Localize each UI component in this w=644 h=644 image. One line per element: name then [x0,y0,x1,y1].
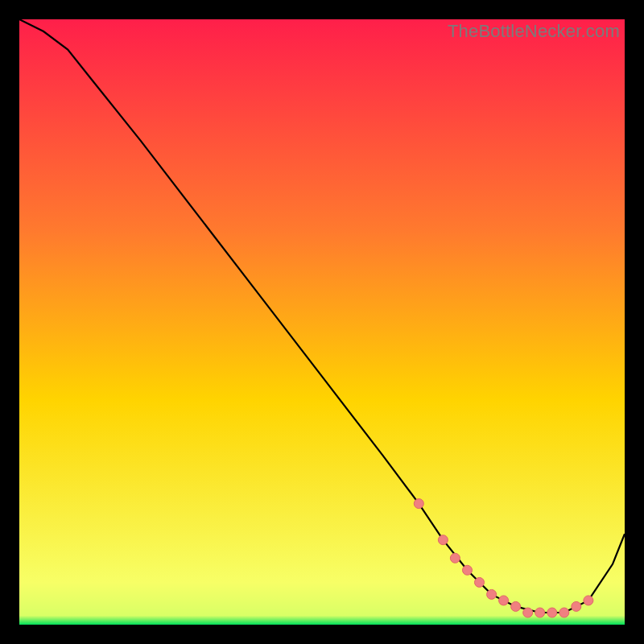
marker-point [572,601,581,611]
marker-point [475,577,485,587]
marker-point [511,601,521,611]
bottleneck-chart [19,19,625,625]
watermark-text: TheBottleNecker.com [448,21,620,42]
marker-point [547,608,557,617]
marker-point [499,596,509,605]
marker-point [463,565,473,575]
gradient-background [19,19,625,625]
marker-point [523,608,533,617]
marker-point [584,596,593,605]
chart-frame: TheBottleNecker.com [19,19,625,625]
marker-point [487,589,497,599]
marker-point [438,535,448,545]
marker-point [414,499,423,509]
marker-point [535,608,545,617]
marker-point [559,608,569,617]
marker-point [450,553,460,563]
